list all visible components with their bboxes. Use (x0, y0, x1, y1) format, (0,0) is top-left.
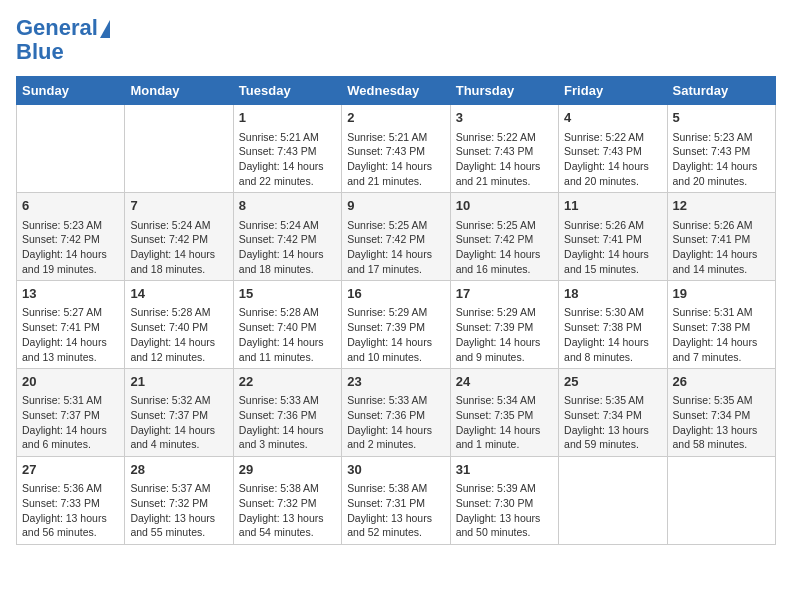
cell-content: Sunrise: 5:33 AM Sunset: 7:36 PM Dayligh… (239, 393, 336, 452)
calendar-cell: 21Sunrise: 5:32 AM Sunset: 7:37 PM Dayli… (125, 369, 233, 457)
cell-content: Sunrise: 5:35 AM Sunset: 7:34 PM Dayligh… (673, 393, 770, 452)
day-number: 31 (456, 461, 553, 479)
calendar-cell: 24Sunrise: 5:34 AM Sunset: 7:35 PM Dayli… (450, 369, 558, 457)
header-monday: Monday (125, 77, 233, 105)
cell-content: Sunrise: 5:31 AM Sunset: 7:38 PM Dayligh… (673, 305, 770, 364)
calendar-cell: 19Sunrise: 5:31 AM Sunset: 7:38 PM Dayli… (667, 281, 775, 369)
day-number: 1 (239, 109, 336, 127)
day-number: 27 (22, 461, 119, 479)
header-tuesday: Tuesday (233, 77, 341, 105)
day-number: 20 (22, 373, 119, 391)
header-row: SundayMondayTuesdayWednesdayThursdayFrid… (17, 77, 776, 105)
cell-content: Sunrise: 5:38 AM Sunset: 7:31 PM Dayligh… (347, 481, 444, 540)
calendar-cell: 25Sunrise: 5:35 AM Sunset: 7:34 PM Dayli… (559, 369, 667, 457)
cell-content: Sunrise: 5:22 AM Sunset: 7:43 PM Dayligh… (456, 130, 553, 189)
calendar-cell: 27Sunrise: 5:36 AM Sunset: 7:33 PM Dayli… (17, 457, 125, 545)
header-wednesday: Wednesday (342, 77, 450, 105)
day-number: 4 (564, 109, 661, 127)
day-number: 12 (673, 197, 770, 215)
cell-content: Sunrise: 5:30 AM Sunset: 7:38 PM Dayligh… (564, 305, 661, 364)
calendar-cell: 26Sunrise: 5:35 AM Sunset: 7:34 PM Dayli… (667, 369, 775, 457)
logo-blue: Blue (16, 40, 110, 64)
week-row-4: 27Sunrise: 5:36 AM Sunset: 7:33 PM Dayli… (17, 457, 776, 545)
calendar-cell (667, 457, 775, 545)
cell-content: Sunrise: 5:26 AM Sunset: 7:41 PM Dayligh… (673, 218, 770, 277)
calendar-cell: 16Sunrise: 5:29 AM Sunset: 7:39 PM Dayli… (342, 281, 450, 369)
cell-content: Sunrise: 5:32 AM Sunset: 7:37 PM Dayligh… (130, 393, 227, 452)
logo: General Blue (16, 16, 110, 64)
day-number: 15 (239, 285, 336, 303)
day-number: 14 (130, 285, 227, 303)
cell-content: Sunrise: 5:28 AM Sunset: 7:40 PM Dayligh… (239, 305, 336, 364)
calendar-cell: 29Sunrise: 5:38 AM Sunset: 7:32 PM Dayli… (233, 457, 341, 545)
day-number: 25 (564, 373, 661, 391)
day-number: 19 (673, 285, 770, 303)
day-number: 22 (239, 373, 336, 391)
calendar-cell: 12Sunrise: 5:26 AM Sunset: 7:41 PM Dayli… (667, 193, 775, 281)
day-number: 16 (347, 285, 444, 303)
logo-triangle-inline (100, 20, 110, 38)
calendar-cell: 22Sunrise: 5:33 AM Sunset: 7:36 PM Dayli… (233, 369, 341, 457)
day-number: 6 (22, 197, 119, 215)
calendar-cell: 10Sunrise: 5:25 AM Sunset: 7:42 PM Dayli… (450, 193, 558, 281)
cell-content: Sunrise: 5:22 AM Sunset: 7:43 PM Dayligh… (564, 130, 661, 189)
day-number: 7 (130, 197, 227, 215)
calendar-table: SundayMondayTuesdayWednesdayThursdayFrid… (16, 76, 776, 545)
day-number: 3 (456, 109, 553, 127)
calendar-cell: 5Sunrise: 5:23 AM Sunset: 7:43 PM Daylig… (667, 105, 775, 193)
calendar-cell: 4Sunrise: 5:22 AM Sunset: 7:43 PM Daylig… (559, 105, 667, 193)
cell-content: Sunrise: 5:37 AM Sunset: 7:32 PM Dayligh… (130, 481, 227, 540)
calendar-cell: 2Sunrise: 5:21 AM Sunset: 7:43 PM Daylig… (342, 105, 450, 193)
logo-general: General (16, 15, 98, 40)
week-row-1: 6Sunrise: 5:23 AM Sunset: 7:42 PM Daylig… (17, 193, 776, 281)
calendar-cell: 9Sunrise: 5:25 AM Sunset: 7:42 PM Daylig… (342, 193, 450, 281)
day-number: 17 (456, 285, 553, 303)
day-number: 5 (673, 109, 770, 127)
day-number: 9 (347, 197, 444, 215)
day-number: 30 (347, 461, 444, 479)
calendar-cell: 3Sunrise: 5:22 AM Sunset: 7:43 PM Daylig… (450, 105, 558, 193)
calendar-cell: 15Sunrise: 5:28 AM Sunset: 7:40 PM Dayli… (233, 281, 341, 369)
calendar-cell: 18Sunrise: 5:30 AM Sunset: 7:38 PM Dayli… (559, 281, 667, 369)
cell-content: Sunrise: 5:34 AM Sunset: 7:35 PM Dayligh… (456, 393, 553, 452)
cell-content: Sunrise: 5:36 AM Sunset: 7:33 PM Dayligh… (22, 481, 119, 540)
day-number: 13 (22, 285, 119, 303)
calendar-cell: 28Sunrise: 5:37 AM Sunset: 7:32 PM Dayli… (125, 457, 233, 545)
week-row-0: 1Sunrise: 5:21 AM Sunset: 7:43 PM Daylig… (17, 105, 776, 193)
day-number: 18 (564, 285, 661, 303)
calendar-cell: 6Sunrise: 5:23 AM Sunset: 7:42 PM Daylig… (17, 193, 125, 281)
calendar-cell (17, 105, 125, 193)
calendar-cell: 30Sunrise: 5:38 AM Sunset: 7:31 PM Dayli… (342, 457, 450, 545)
day-number: 21 (130, 373, 227, 391)
calendar-cell: 13Sunrise: 5:27 AM Sunset: 7:41 PM Dayli… (17, 281, 125, 369)
week-row-2: 13Sunrise: 5:27 AM Sunset: 7:41 PM Dayli… (17, 281, 776, 369)
day-number: 24 (456, 373, 553, 391)
day-number: 23 (347, 373, 444, 391)
calendar-cell: 8Sunrise: 5:24 AM Sunset: 7:42 PM Daylig… (233, 193, 341, 281)
calendar-cell: 17Sunrise: 5:29 AM Sunset: 7:39 PM Dayli… (450, 281, 558, 369)
cell-content: Sunrise: 5:38 AM Sunset: 7:32 PM Dayligh… (239, 481, 336, 540)
cell-content: Sunrise: 5:28 AM Sunset: 7:40 PM Dayligh… (130, 305, 227, 364)
calendar-cell: 20Sunrise: 5:31 AM Sunset: 7:37 PM Dayli… (17, 369, 125, 457)
cell-content: Sunrise: 5:31 AM Sunset: 7:37 PM Dayligh… (22, 393, 119, 452)
calendar-cell: 11Sunrise: 5:26 AM Sunset: 7:41 PM Dayli… (559, 193, 667, 281)
calendar-cell (559, 457, 667, 545)
header-sunday: Sunday (17, 77, 125, 105)
week-row-3: 20Sunrise: 5:31 AM Sunset: 7:37 PM Dayli… (17, 369, 776, 457)
header-friday: Friday (559, 77, 667, 105)
day-number: 10 (456, 197, 553, 215)
header-thursday: Thursday (450, 77, 558, 105)
cell-content: Sunrise: 5:23 AM Sunset: 7:42 PM Dayligh… (22, 218, 119, 277)
cell-content: Sunrise: 5:24 AM Sunset: 7:42 PM Dayligh… (130, 218, 227, 277)
header-saturday: Saturday (667, 77, 775, 105)
calendar-header: SundayMondayTuesdayWednesdayThursdayFrid… (17, 77, 776, 105)
day-number: 8 (239, 197, 336, 215)
logo-text: General (16, 16, 110, 40)
calendar-body: 1Sunrise: 5:21 AM Sunset: 7:43 PM Daylig… (17, 105, 776, 545)
calendar-cell: 31Sunrise: 5:39 AM Sunset: 7:30 PM Dayli… (450, 457, 558, 545)
calendar-cell: 23Sunrise: 5:33 AM Sunset: 7:36 PM Dayli… (342, 369, 450, 457)
page-header: General Blue (16, 16, 776, 64)
cell-content: Sunrise: 5:35 AM Sunset: 7:34 PM Dayligh… (564, 393, 661, 452)
calendar-cell (125, 105, 233, 193)
day-number: 26 (673, 373, 770, 391)
